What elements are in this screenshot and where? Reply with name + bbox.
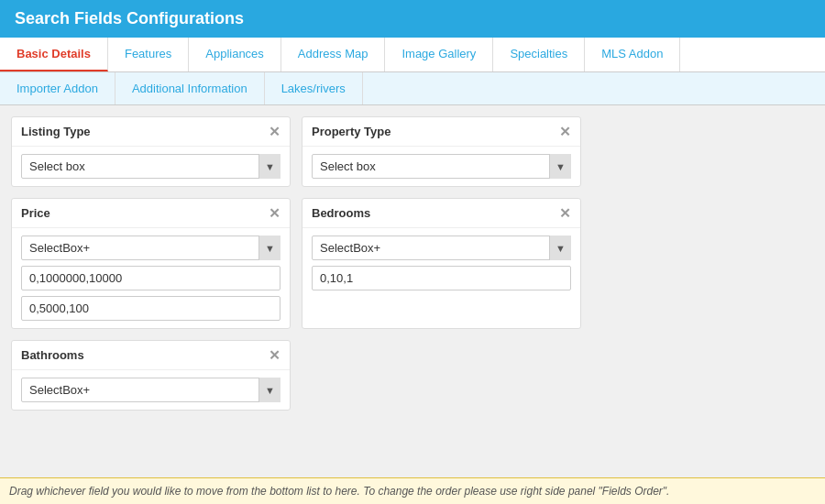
- field-card-header-bathrooms: Bathrooms✕: [12, 341, 290, 370]
- tab-address-map[interactable]: Address Map: [281, 38, 386, 71]
- field-card-title-listing-type: Listing Type: [21, 125, 91, 138]
- select-wrapper-bedrooms: SelectBox+▼: [312, 236, 571, 260]
- tab-row-2: Importer AddonAdditional InformationLake…: [0, 72, 825, 105]
- field-card-body-listing-type: Select box▼: [12, 147, 290, 186]
- tab2-lakes/rivers[interactable]: Lakes/rivers: [265, 72, 363, 104]
- close-button-price[interactable]: ✕: [269, 206, 280, 220]
- text-input-price-0[interactable]: [21, 266, 280, 290]
- text-input-price-1[interactable]: [21, 296, 280, 321]
- select-property-type[interactable]: Select box: [312, 154, 571, 179]
- close-button-bedrooms[interactable]: ✕: [559, 206, 571, 220]
- tab2-importer-addon[interactable]: Importer Addon: [0, 72, 116, 104]
- select-bathrooms[interactable]: SelectBox+: [21, 378, 280, 402]
- field-card-title-property-type: Property Type: [312, 125, 390, 138]
- tab-mls-addon[interactable]: MLS Addon: [585, 38, 680, 71]
- field-card-header-listing-type: Listing Type✕: [12, 117, 290, 147]
- close-button-property-type[interactable]: ✕: [559, 125, 571, 138]
- select-wrapper-price: SelectBox+▼: [21, 236, 280, 260]
- tab-row-1: Basic DetailsFeaturesAppliancesAddress M…: [0, 38, 825, 72]
- content-area: Listing Type✕Select box▼Property Type✕Se…: [0, 105, 825, 461]
- select-wrapper-property-type: Select box▼: [312, 154, 571, 179]
- tab-appliances[interactable]: Appliances: [189, 38, 281, 71]
- close-button-listing-type[interactable]: ✕: [269, 125, 280, 138]
- field-card-header-price: Price✕: [12, 199, 290, 228]
- tab-basic-details[interactable]: Basic Details: [0, 38, 108, 71]
- field-card-listing-type: Listing Type✕Select box▼: [11, 116, 291, 187]
- field-card-price: Price✕SelectBox+▼: [11, 198, 291, 329]
- field-card-bathrooms: Bathrooms✕SelectBox+▼: [11, 340, 291, 411]
- tab-specialties[interactable]: Specialties: [493, 38, 585, 71]
- field-card-property-type: Property Type✕Select box▼: [302, 116, 581, 187]
- footer-text: Drag whichever field you would like to m…: [9, 485, 669, 498]
- tab2-additional-information[interactable]: Additional Information: [116, 72, 265, 104]
- tab-features[interactable]: Features: [108, 38, 189, 71]
- field-card-body-price: SelectBox+▼: [12, 228, 290, 328]
- field-card-header-bedrooms: Bedrooms✕: [302, 199, 580, 228]
- field-card-body-bedrooms: SelectBox+▼: [302, 228, 580, 298]
- select-wrapper-listing-type: Select box▼: [21, 154, 280, 179]
- field-card-header-property-type: Property Type✕: [302, 117, 580, 147]
- tab-image-gallery[interactable]: Image Gallery: [385, 38, 493, 71]
- select-wrapper-bathrooms: SelectBox+▼: [21, 378, 280, 402]
- page-header: Search Fields Configurations: [0, 0, 825, 38]
- field-card-title-bedrooms: Bedrooms: [312, 206, 370, 220]
- field-card-title-price: Price: [21, 206, 50, 220]
- page-title: Search Fields Configurations: [15, 9, 244, 27]
- close-button-bathrooms[interactable]: ✕: [269, 348, 280, 362]
- select-price[interactable]: SelectBox+: [21, 236, 280, 260]
- select-bedrooms[interactable]: SelectBox+: [312, 236, 571, 260]
- field-card-title-bathrooms: Bathrooms: [21, 348, 84, 362]
- field-card-body-bathrooms: SelectBox+▼: [12, 370, 290, 410]
- text-input-bedrooms-0[interactable]: [312, 266, 571, 290]
- footer-bar: Drag whichever field you would like to m…: [0, 477, 825, 504]
- field-card-body-property-type: Select box▼: [302, 147, 580, 186]
- select-listing-type[interactable]: Select box: [21, 154, 280, 179]
- field-card-bedrooms: Bedrooms✕SelectBox+▼: [302, 198, 581, 329]
